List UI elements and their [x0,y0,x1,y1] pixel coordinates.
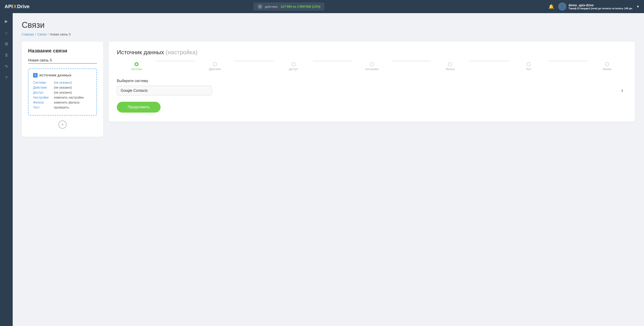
step-dostup: Доступ [274,62,313,71]
step-label-deystvie: Действие [209,68,221,71]
connection-name-input[interactable] [28,57,97,63]
user-name: demo_apix-drive [568,3,633,7]
source-block-title: ИСТОЧНИК ДАННЫХ [40,74,72,77]
source-row-sistema: Система (не указано) [33,81,92,84]
chevron-down-icon: ▼ [636,5,640,8]
source-block-header: 1 ИСТОЧНИК ДАННЫХ [33,73,92,78]
source-rows: Система (не указано) Действие (не указан… [33,81,92,109]
breadcrumb-home[interactable]: Главная [22,32,34,36]
source-row-value-nastroyki: изменить настройки [54,96,84,99]
sidebar-item-home[interactable]: ⌂ [2,28,11,37]
step-circle-finish [605,62,609,66]
actions-counter: i действия: 127'494 из 1'000'000 (13%) [254,2,324,11]
source-row-test: Тест проверить [33,106,92,109]
breadcrumb-sep1: / [35,32,36,36]
step-test: Тест [509,62,548,71]
source-row-deystvie: Действие (не указано) [33,86,92,89]
step-line-2 [234,61,274,61]
system-select[interactable]: Google Contacts Gmail Google Sheets Goog… [117,86,212,95]
bell-icon[interactable]: 🔔 [548,4,554,9]
source-row-label-filtr[interactable]: Фильтр [33,101,51,104]
add-btn-row: + [28,121,97,129]
step-deystvie: Действие [195,62,234,71]
source-row-label-nastroyki[interactable]: Настройки [33,96,51,99]
select-arrow-icon: ⬍ [621,89,624,92]
source-row-value-dostup: (не указано) [54,91,72,94]
source-row-label-dostup[interactable]: Доступ [33,91,51,94]
right-panel-title: Источник данных (настройка) [117,49,627,56]
logo: API X Drive [4,3,30,9]
user-info: demo_apix-drive Тариф |Стандарт| (new) д… [568,3,633,10]
avatar: 👤 [558,2,566,11]
left-panel: Название связи 1 ИСТОЧНИК ДАННЫХ Система… [22,42,103,137]
source-number: 1 [33,73,38,78]
step-line-5 [470,61,509,61]
step-circle-test [527,62,531,66]
step-label-nastroyki: Настройки [365,68,378,71]
stepper: Система Действие Доступ Настройки [117,62,627,71]
continue-button[interactable]: Продолжить [117,102,160,113]
select-wrap: Google Contacts Gmail Google Sheets Goog… [117,86,627,95]
step-line-1 [156,61,195,61]
user-tariff: Тариф |Стандарт| (new) до оплаты осталос… [568,7,633,10]
source-row-dostup: Доступ (не указано) [33,91,92,94]
sidebar-item-help[interactable]: ? [2,73,11,82]
step-circle-sistema [134,62,138,66]
breadcrumb-current: Новая связь 5 [50,32,71,36]
step-sistema: Система [117,62,156,71]
sidebar-item-arrow[interactable]: ▶ [2,17,11,26]
step-circle-dostup [292,62,296,66]
navbar-right: 🔔 👤 demo_apix-drive Тариф |Стандарт| (ne… [548,2,640,11]
source-row-value-deystvie: (не указано) [54,86,72,89]
step-finish: Финиш [588,62,627,71]
source-row-value-test: проверить [54,106,69,109]
step-circle-filtr [448,62,452,66]
source-block: 1 ИСТОЧНИК ДАННЫХ Система (не указано) Д… [28,68,97,116]
step-filtr: Фильтр [431,62,470,71]
connection-name-title: Название связи [28,48,97,54]
source-row-label-test[interactable]: Тест [33,106,51,109]
source-row-value-filtr: изменить фильтр [54,101,80,104]
info-icon: i [258,4,262,9]
step-line-4 [392,61,431,61]
sidebar-item-grid[interactable]: ⊞ [2,39,11,48]
actions-count: 127'494 из 1'000'000 (13%) [280,5,320,8]
breadcrumb-sep2: / [48,32,48,36]
step-label-filtr: Фильтр [446,68,455,71]
source-row-nastroyki: Настройки изменить настройки [33,96,92,99]
sidebar-item-edit[interactable]: ✎ [2,62,11,71]
page-title: Связи [22,20,635,30]
step-nastroyki: Настройки [352,62,391,71]
add-step-button[interactable]: + [58,121,66,129]
step-label-dostup: Доступ [289,68,298,71]
breadcrumb: Главная / Связи / Новая связь 5 [22,32,635,36]
navbar: API X Drive i действия: 127'494 из 1'000… [0,0,644,13]
logo-drive: Drive [17,3,30,9]
source-row-label-sistema[interactable]: Система [33,81,51,84]
panels-row: Название связи 1 ИСТОЧНИК ДАННЫХ Система… [22,42,635,137]
step-line-3 [313,61,352,61]
sidebar-item-billing[interactable]: $ [2,51,11,60]
actions-label: действия: [265,5,278,8]
source-row-value-sistema[interactable]: (не указано) [54,81,72,84]
sidebar: ▶ ⌂ ⊞ $ ✎ ? [0,13,13,326]
step-label-test: Тест [526,68,532,71]
main-content: Связи Главная / Связи / Новая связь 5 На… [13,13,644,326]
step-circle-nastroyki [370,62,374,66]
logo-api: API [4,3,13,9]
source-row-label-deystvie[interactable]: Действие [33,86,51,89]
right-panel: Источник данных (настройка) Система Дейс… [109,42,635,122]
select-label: Выберите систему [117,79,627,83]
breadcrumb-connections[interactable]: Связи [37,32,46,36]
source-row-filtr: Фильтр изменить фильтр [33,101,92,104]
logo-x: X [13,3,17,9]
user-block[interactable]: 👤 demo_apix-drive Тариф |Стандарт| (new)… [558,2,640,11]
step-label-finish: Финиш [603,68,612,71]
step-circle-deystvie [213,62,217,66]
step-label-sistema: Система [131,68,142,71]
step-line-6 [548,61,588,61]
